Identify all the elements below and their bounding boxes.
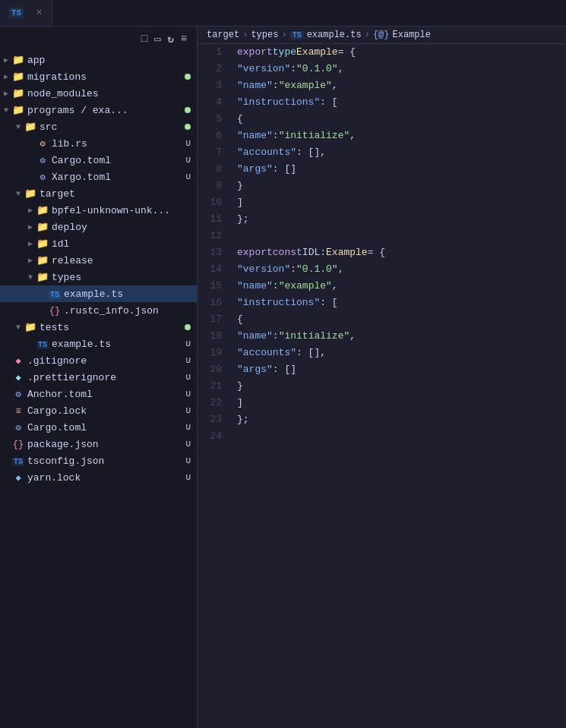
tree-label-tests: tests [40,322,185,333]
tree-item-types[interactable]: ▼📁types [0,269,197,285]
line-number-17: 17 [198,311,222,328]
tab-example-ts[interactable]: TS × [0,0,52,26]
tree-item-bpfel-unknown-unk[interactable]: ▶📁bpfel-unknown-unk... [0,202,197,219]
tree-item-release[interactable]: ▶📁release [0,252,197,269]
line-number-15: 15 [198,278,222,295]
file-icon-tsconfig-json: TS [12,455,24,467]
new-file-icon[interactable]: □ [141,33,148,46]
tree-item-deploy[interactable]: ▶📁deploy [0,219,197,235]
editor-area: target › types › TS example.ts › {@} Exa… [198,27,566,728]
breadcrumb: target › types › TS example.ts › {@} Exa… [198,27,566,44]
tree-badge-tsconfig-json: U [185,456,191,465]
file-icon-target: 📁 [24,188,36,200]
file-icon-example-ts-file: TS [49,288,61,300]
line-number-21: 21 [198,378,222,395]
tree-item-rustc-info-json[interactable]: {}.rustc_info.json [0,302,197,319]
tree-item-app[interactable]: ▶📁app [0,52,197,68]
tree-badge-xargo-toml: U [185,172,191,181]
tree-item-xargo-toml[interactable]: ⚙Xargo.tomlU [0,169,197,185]
code-line-20: "args": [] [237,361,566,378]
line-number-18: 18 [198,328,222,345]
code-view: 123456789101112131415161718192021222324 … [198,44,566,728]
tree-arrow-deploy: ▶ [24,222,36,232]
file-icon-bpfel-unknown-unk: 📁 [36,204,49,216]
breadcrumb-symbol: Example [392,30,430,40]
tree-item-yarn-lock[interactable]: ◆yarn.lockU [0,469,197,486]
file-icon-cargo-toml-root: ⚙ [12,422,24,433]
code-content[interactable]: export type Example = { "version": "0.1.… [231,44,566,728]
collapse-icon[interactable]: ≡ [181,33,188,46]
tree-item-cargo-lock[interactable]: ≡Cargo.lockU [0,402,197,419]
tree-item-target[interactable]: ▼📁target [0,185,197,202]
tree-arrow-migrations: ▶ [0,72,12,81]
tree-item-cargo-toml[interactable]: ⚙Cargo.tomlU [0,152,197,169]
tree-badge-example-ts-tests: U [185,339,191,348]
tree-item-gitignore[interactable]: ◆.gitignoreU [0,352,197,369]
line-number-10: 10 [198,194,222,211]
code-line-2: "version": "0.1.0", [237,61,566,77]
code-line-19: "accounts": [], [237,345,566,361]
file-icon-idl: 📁 [36,238,49,250]
tree-item-tsconfig-json[interactable]: TStsconfig.jsonU [0,452,197,469]
new-folder-icon[interactable]: ▭ [154,33,161,46]
line-number-6: 6 [198,128,222,144]
file-icon-lib-rs: ⚙ [36,138,49,150]
tree-arrow-programs-exa: ▼ [0,106,12,115]
line-number-23: 23 [198,411,222,428]
tree-label-gitignore: .gitignore [27,355,185,367]
tree-label-app: app [27,55,197,66]
breadcrumb-symbol-icon: {@} [373,30,390,40]
line-number-11: 11 [198,211,222,228]
tree-item-package-json[interactable]: {}package.jsonU [0,436,197,452]
tree-arrow-tests: ▼ [12,323,24,332]
tree-item-prettierignore[interactable]: ◆.prettierignoreU [0,369,197,386]
tree-label-lib-rs: lib.rs [52,138,185,150]
tree-badge-package-json: U [185,440,191,449]
tree-item-lib-rs[interactable]: ⚙lib.rsU [0,135,197,152]
line-number-12: 12 [198,228,222,244]
line-number-7: 7 [198,144,222,161]
tree-dot-programs-exa [185,107,191,113]
tree-dot-src [185,124,191,130]
file-icon-package-json: {} [12,439,24,450]
code-line-7: "accounts": [], [237,144,566,161]
tab-close-button[interactable]: × [36,7,42,19]
line-number-4: 4 [198,94,222,111]
tree-badge-lib-rs: U [185,139,191,148]
tree-item-node_modules[interactable]: ▶📁node_modules [0,85,197,102]
code-line-4: "instructions": [ [237,94,566,111]
tree-label-cargo-toml: Cargo.toml [52,155,185,166]
code-line-13: export const IDL: Example = { [237,244,566,261]
code-line-12 [237,228,566,244]
breadcrumb-target: target [207,30,239,40]
file-icon-src: 📁 [24,121,36,133]
file-icon-anchor-toml: ⚙ [12,389,24,400]
tree-item-programs-exa[interactable]: ▼📁programs / exa... [0,102,197,118]
tree-item-example-ts-file[interactable]: TSexample.ts [0,285,197,302]
tree-label-idl: idl [52,238,197,250]
code-line-8: "args": [] [237,161,566,178]
tree-item-migrations[interactable]: ▶📁migrations [0,68,197,85]
line-number-5: 5 [198,111,222,128]
line-number-16: 16 [198,295,222,311]
tree-item-tests[interactable]: ▼📁tests [0,319,197,336]
refresh-icon[interactable]: ↻ [167,33,174,46]
code-line-1: export type Example = { [237,44,566,61]
code-line-21: } [237,378,566,395]
file-tree: ▶📁app▶📁migrations▶📁node_modules▼📁program… [0,52,197,486]
file-icon-node_modules: 📁 [12,87,24,99]
tree-label-target: target [40,188,197,200]
code-line-3: "name": "example", [237,77,566,94]
tree-item-idl[interactable]: ▶📁idl [0,235,197,252]
breadcrumb-types: types [251,30,278,40]
tree-item-src[interactable]: ▼📁src [0,118,197,135]
tree-label-package-json: package.json [27,439,185,450]
tree-item-anchor-toml[interactable]: ⚙Anchor.tomlU [0,386,197,402]
tree-item-cargo-toml-root[interactable]: ⚙Cargo.tomlU [0,419,197,436]
tree-item-example-ts-tests[interactable]: TSexample.tsU [0,336,197,352]
line-number-22: 22 [198,395,222,411]
code-line-11: }; [237,211,566,228]
tree-label-cargo-toml-root: Cargo.toml [27,422,185,433]
code-line-10: ] [237,194,566,211]
tree-label-cargo-lock: Cargo.lock [27,405,185,417]
